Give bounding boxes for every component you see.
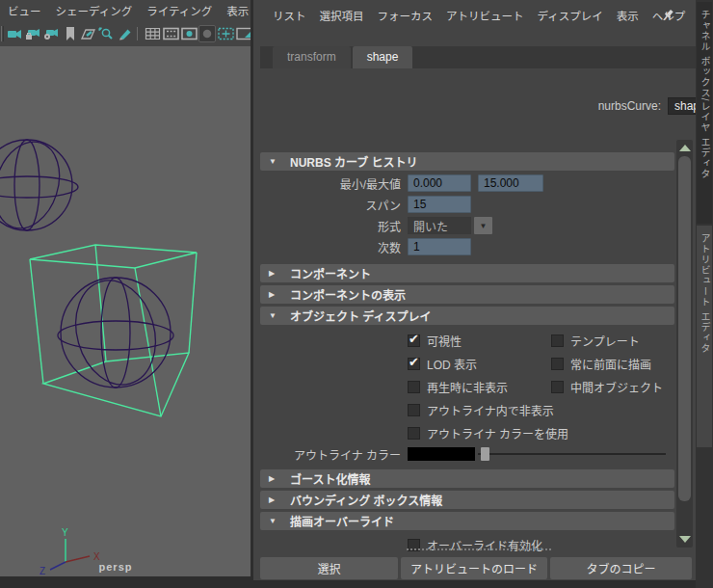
viewport-menubar: ビュー シェーディング ライティング 表示 » bbox=[0, 0, 253, 21]
bookmark-icon[interactable] bbox=[62, 25, 79, 42]
tab-attribute-editor[interactable]: アトリビュート エディタ bbox=[697, 226, 712, 447]
menu-show[interactable]: 表示 bbox=[617, 8, 639, 23]
outliner-color-swatch[interactable] bbox=[408, 447, 475, 461]
image-plane-icon[interactable] bbox=[80, 25, 97, 42]
hide-on-playback-checkbox[interactable] bbox=[408, 381, 420, 393]
menu-view[interactable]: ビュー bbox=[8, 3, 41, 18]
lod-visibility-row: LOD 表示 常に前面に描画 bbox=[260, 353, 676, 374]
side-tab-strip: チャネル ボックス/レイヤ エディタ アトリビュート エディタ bbox=[696, 0, 713, 588]
enable-overrides-row: オーバーライド有効化 bbox=[260, 535, 676, 554]
outliner-color-row: アウトライナ カラー bbox=[260, 445, 676, 463]
spans-field[interactable] bbox=[408, 196, 471, 213]
node-type-label: nurbsCurve: bbox=[514, 99, 661, 113]
outliner-color-slider[interactable] bbox=[478, 447, 666, 461]
camera-gear-icon[interactable] bbox=[43, 25, 61, 42]
menu-shading[interactable]: シェーディング bbox=[56, 3, 133, 18]
hide-on-playback-row: 再生時に非表示 中間オブジェクト bbox=[260, 376, 676, 397]
visibility-checkbox[interactable] bbox=[408, 334, 420, 347]
tab-transform[interactable]: transform bbox=[273, 46, 351, 68]
load-attributes-button[interactable]: アトリビュートのロード bbox=[401, 557, 547, 579]
min-max-row: 最小/最大値 bbox=[260, 174, 676, 193]
slider-handle[interactable] bbox=[481, 447, 489, 461]
field-chart-icon[interactable] bbox=[217, 25, 234, 42]
attribute-editor-panel: リスト 選択項目 フォーカス アトリビュート ディスプレイ 表示 ヘルプ tra… bbox=[253, 0, 696, 580]
select-button[interactable]: 選択 bbox=[260, 557, 398, 579]
wireframe-sphere-top[interactable] bbox=[0, 133, 78, 236]
attribute-scroll-area: NURBS カーブ ヒストリ 最小/最大値 スパン 形式 開いた ▼ 次数 コン… bbox=[260, 152, 676, 556]
node-header-row: nurbsCurve: フォーカス プリセット 表示 非表示 bbox=[514, 72, 713, 142]
film-gate-icon[interactable] bbox=[162, 25, 179, 42]
section-header-drawing-overrides[interactable]: 描画オーバーライド bbox=[260, 512, 674, 530]
section-header-object-display[interactable]: オブジェクト ディスプレイ bbox=[260, 307, 674, 325]
menu-selected[interactable]: 選択項目 bbox=[320, 8, 364, 23]
expand-arrow-icon bbox=[269, 517, 282, 525]
viewport-panel: ビュー シェーディング ライティング 表示 » bbox=[0, 0, 253, 576]
menu-attributes[interactable]: アトリビュート bbox=[446, 8, 524, 23]
min-value-field[interactable] bbox=[408, 174, 471, 192]
section-header-nurbs-history[interactable]: NURBS カーブ ヒストリ bbox=[260, 152, 674, 171]
scrollbar-thumb[interactable] bbox=[678, 156, 691, 501]
section-header-components[interactable]: コンポーネント bbox=[260, 264, 674, 282]
spans-row: スパン bbox=[260, 195, 676, 214]
tab-channel-box[interactable]: チャネル ボックス/レイヤ エディタ bbox=[697, 2, 712, 224]
node-tabbar: transform shape bbox=[260, 46, 696, 68]
menu-focus[interactable]: フォーカス bbox=[378, 8, 434, 23]
visibility-row: 可視性 テンプレート bbox=[260, 330, 676, 351]
section-header-component-display[interactable]: コンポーネントの表示 bbox=[260, 285, 674, 304]
tab-shape[interactable]: shape bbox=[353, 46, 413, 68]
wireframe-sphere-in-cube[interactable] bbox=[58, 271, 173, 394]
hidden-in-outliner-row: アウトライナ内で非表示 bbox=[260, 399, 676, 420]
scene-wireframes: Y X Z bbox=[0, 46, 251, 576]
pencil-tool-icon[interactable] bbox=[117, 25, 134, 42]
section-header-ghosting[interactable]: ゴースト化情報 bbox=[260, 469, 674, 488]
axis-y-label: Y bbox=[62, 527, 68, 538]
draw-on-top-checkbox[interactable] bbox=[551, 358, 564, 370]
template-checkbox[interactable] bbox=[551, 334, 564, 347]
expand-arrow-icon bbox=[269, 157, 282, 166]
collapse-arrow-icon bbox=[269, 474, 282, 483]
toolbar-handle[interactable] bbox=[1, 26, 4, 41]
menu-display[interactable]: ディスプレイ bbox=[538, 8, 603, 23]
degree-row: 次数 bbox=[260, 237, 676, 256]
gate-mask-icon[interactable] bbox=[198, 25, 216, 42]
form-row: 形式 開いた ▼ bbox=[260, 216, 676, 235]
max-value-field[interactable] bbox=[478, 174, 543, 192]
collapse-arrow-icon bbox=[269, 269, 282, 278]
scroll-up-arrow-icon[interactable] bbox=[679, 145, 691, 151]
expand-arrow-icon bbox=[269, 311, 282, 320]
splitter-handle[interactable] bbox=[407, 548, 551, 550]
viewport-canvas[interactable]: Y X Z persp bbox=[0, 46, 251, 576]
viewport-toolbar bbox=[0, 21, 253, 46]
camera-icon[interactable] bbox=[7, 25, 24, 42]
menu-lighting[interactable]: ライティング bbox=[146, 3, 212, 18]
resolution-gate-icon[interactable] bbox=[180, 25, 198, 42]
lod-visibility-checkbox[interactable] bbox=[408, 358, 420, 370]
hidden-in-outliner-checkbox[interactable] bbox=[408, 404, 420, 416]
pin-icon[interactable] bbox=[661, 9, 674, 22]
camera-lock-icon[interactable] bbox=[25, 25, 42, 42]
intermediate-object-checkbox[interactable] bbox=[551, 381, 564, 393]
selected-cube-wireframe[interactable] bbox=[30, 245, 197, 416]
pan-zoom-tool-icon[interactable] bbox=[98, 25, 116, 42]
slider-track bbox=[478, 453, 666, 455]
camera-name-label: persp bbox=[0, 561, 231, 573]
menu-list[interactable]: リスト bbox=[273, 8, 306, 23]
collapse-arrow-icon bbox=[269, 495, 282, 504]
copy-tab-button[interactable]: タブのコピー bbox=[550, 557, 692, 579]
form-dropdown-value: 開いた bbox=[408, 217, 471, 234]
use-outliner-color-row: アウトライナ カラーを使用 bbox=[260, 422, 676, 443]
degree-field[interactable] bbox=[408, 238, 471, 255]
scroll-down-arrow-icon[interactable] bbox=[679, 536, 691, 543]
collapse-arrow-icon bbox=[269, 290, 282, 299]
menu-show[interactable]: 表示 bbox=[226, 3, 249, 18]
use-outliner-color-checkbox[interactable] bbox=[408, 427, 420, 440]
vertical-scrollbar[interactable] bbox=[676, 140, 693, 548]
grid-icon[interactable] bbox=[144, 25, 161, 42]
form-dropdown-button[interactable]: ▼ bbox=[474, 217, 492, 234]
section-header-bounding-box[interactable]: バウンディング ボックス情報 bbox=[260, 491, 674, 509]
bottom-button-row: 選択 アトリビュートのロード タブのコピー bbox=[260, 557, 696, 579]
toolbar-separator bbox=[137, 27, 140, 40]
attribute-editor-menubar: リスト 選択項目 フォーカス アトリビュート ディスプレイ 表示 ヘルプ bbox=[253, 0, 696, 29]
